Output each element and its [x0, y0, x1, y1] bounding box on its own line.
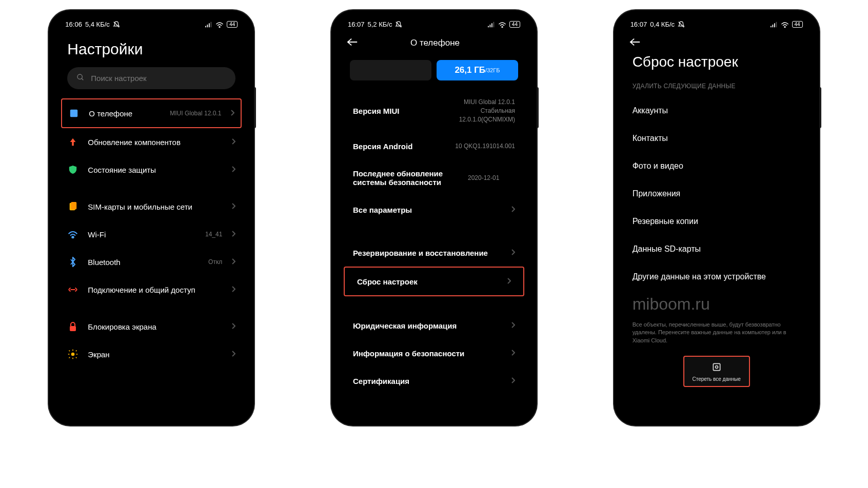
row-about-phone[interactable]: О телефоне MIUI Global 12.0.1	[61, 98, 242, 128]
svg-rect-3	[209, 23, 210, 27]
status-time: 16:07	[630, 21, 647, 28]
row-lock-screen[interactable]: Блокировка экрана	[61, 313, 242, 340]
row-bluetooth[interactable]: Bluetooth Откл	[61, 248, 242, 276]
mute-icon	[395, 21, 402, 28]
row-value: 2020-12-01	[468, 174, 499, 182]
warning-text: Все объекты, перечисленные выше, будут б…	[620, 314, 813, 350]
svg-rect-8	[70, 110, 77, 117]
watermark: miboom.ru	[620, 291, 813, 314]
chevron-right-icon	[231, 322, 235, 331]
svg-rect-1	[205, 26, 206, 27]
svg-line-21	[76, 357, 77, 358]
row-label: Bluetooth	[88, 258, 199, 267]
brightness-icon	[67, 349, 78, 360]
svg-point-35	[715, 366, 718, 369]
page-title: Сброс настроек	[620, 51, 813, 79]
row-value: 10 QKQ1.191014.001	[455, 142, 515, 151]
back-button[interactable]	[347, 37, 358, 49]
row-certification[interactable]: Сертификация	[341, 367, 527, 395]
phone-frame-2: 16:07 5,2 КБ/с 44 О телефоне 26,1 ГБ/32Г…	[331, 10, 537, 425]
storage-card[interactable]: 26,1 ГБ/32ГБ	[350, 60, 518, 80]
mute-icon	[678, 21, 685, 28]
svg-point-11	[72, 236, 74, 238]
chevron-right-icon	[231, 350, 235, 359]
row-label: Информация о безопасности	[353, 349, 504, 358]
chevron-right-icon	[511, 349, 515, 358]
row-legal-info[interactable]: Юридическая информация	[341, 312, 527, 339]
svg-rect-2	[207, 25, 208, 27]
chevron-right-icon	[231, 137, 235, 147]
page-title: Настройки	[55, 30, 248, 67]
wifi-icon	[67, 229, 78, 240]
section-label: УДАЛИТЬ СЛЕДУЮЩИЕ ДАННЫЕ	[620, 79, 813, 97]
row-connection-sharing[interactable]: Подключение и общий доступ	[61, 276, 242, 303]
svg-point-5	[219, 26, 220, 27]
row-label: Обновление компонентов	[88, 138, 222, 147]
row-backup-restore[interactable]: Резервирование и восстановление	[341, 239, 527, 267]
chevron-right-icon	[231, 257, 235, 267]
svg-rect-24	[489, 25, 490, 27]
row-factory-reset[interactable]: Сброс настроек	[344, 267, 524, 296]
status-time: 16:06	[65, 21, 82, 28]
item-backups: Резервные копии	[620, 208, 813, 235]
svg-rect-32	[776, 22, 777, 27]
row-label: Состояние защиты	[88, 166, 222, 174]
row-label: Юридическая информация	[353, 321, 504, 330]
row-safety-info[interactable]: Информация о безопасности	[341, 339, 527, 367]
chevron-right-icon	[231, 202, 235, 211]
search-input[interactable]: Поиск настроек	[67, 67, 235, 89]
row-value: Откл	[208, 258, 222, 266]
row-wifi[interactable]: Wi-Fi 14_41	[61, 220, 242, 248]
row-label: Подключение и общий доступ	[88, 286, 222, 294]
status-bar: 16:07 5,2 КБ/с 44	[338, 16, 530, 30]
status-speed: 5,2 КБ/с	[368, 21, 392, 28]
battery-icon: 44	[509, 21, 520, 28]
row-security-update[interactable]: Последнее обновление системы безопасност…	[341, 160, 527, 196]
svg-point-13	[71, 353, 75, 356]
row-component-update[interactable]: Обновление компонентов	[61, 128, 242, 156]
row-label: SIM-карты и мобильные сети	[88, 202, 222, 211]
share-icon	[67, 284, 78, 295]
row-security-status[interactable]: Состояние защиты	[61, 156, 242, 184]
back-button[interactable]	[629, 37, 641, 49]
svg-rect-10	[71, 202, 77, 209]
erase-all-button[interactable]: Стереть все данные	[683, 356, 750, 387]
row-sim-cards[interactable]: SIM-карты и мобильные сети	[61, 193, 242, 220]
row-display[interactable]: Экран	[61, 340, 242, 368]
row-label: Версия MIUI	[353, 107, 452, 115]
row-label: Последнее обновление системы безопасност…	[353, 169, 461, 187]
lock-icon	[67, 321, 78, 332]
svg-rect-23	[488, 26, 489, 27]
status-speed: 5,4 КБ/с	[85, 21, 110, 28]
row-all-params[interactable]: Все параметры	[341, 196, 527, 223]
phone-frame-1: 16:06 5,4 КБ/с 44 Настройки Поиск настро…	[49, 10, 254, 425]
status-bar: 16:07 0,4 КБ/с 44	[620, 16, 813, 30]
storage-used: 26,1 ГБ/32ГБ	[437, 60, 518, 80]
row-label: Экран	[88, 350, 222, 359]
item-sd-data: Данные SD-карты	[620, 235, 813, 263]
signal-icon	[488, 22, 495, 28]
row-value: 14_41	[205, 231, 222, 238]
svg-rect-29	[771, 26, 772, 27]
app-bar-title: О телефоне	[365, 38, 505, 48]
wifi-icon	[498, 22, 506, 28]
battery-icon: 44	[792, 21, 803, 28]
item-apps: Приложения	[620, 180, 813, 208]
search-icon	[76, 73, 85, 83]
svg-rect-34	[713, 364, 720, 371]
chevron-right-icon	[511, 205, 515, 214]
status-time: 16:07	[348, 21, 365, 28]
row-value: MIUI Global 12.0.1	[170, 110, 221, 117]
row-android-version[interactable]: Версия Android 10 QKQ1.191014.001	[341, 133, 527, 160]
svg-point-6	[77, 74, 82, 79]
battery-icon: 44	[227, 21, 238, 28]
svg-line-19	[76, 351, 77, 352]
chevron-right-icon	[230, 109, 234, 118]
svg-rect-12	[70, 326, 76, 331]
row-label: Все параметры	[353, 206, 504, 214]
chevron-right-icon	[511, 321, 515, 330]
svg-rect-26	[493, 22, 494, 27]
row-label: Wi-Fi	[88, 230, 196, 239]
row-miui-version[interactable]: Версия MIUI MIUI Global 12.0.1 Стабильна…	[341, 89, 527, 133]
app-bar	[620, 30, 813, 51]
